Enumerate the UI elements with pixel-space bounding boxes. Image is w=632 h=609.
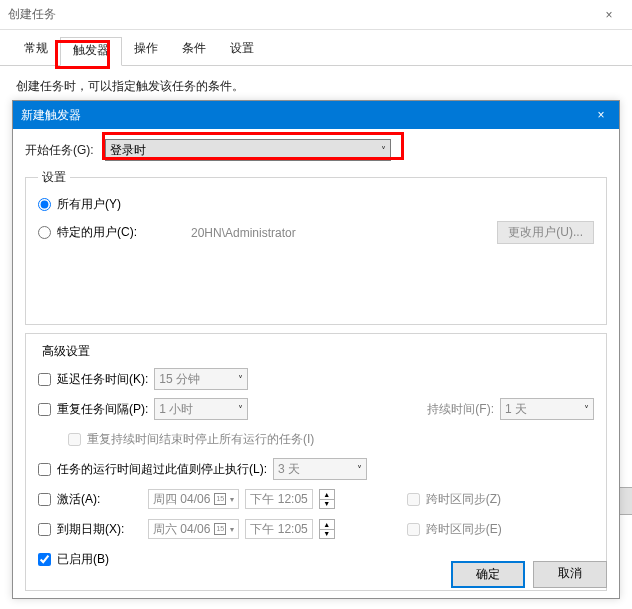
chevron-down-icon: ▾ xyxy=(230,495,234,504)
radio-specific-user-input[interactable] xyxy=(38,226,51,239)
calendar-icon xyxy=(214,493,226,505)
radio-any-user-label: 所有用户(Y) xyxy=(57,196,121,213)
activate-check[interactable]: 激活(A): xyxy=(38,491,142,508)
radio-specific-user[interactable]: 特定的用户(C): xyxy=(38,224,137,241)
stop-at-end-input xyxy=(68,433,81,446)
expire-date: 周六 04/06▾ xyxy=(148,519,239,539)
specific-user-value: 20HN\Administrator xyxy=(191,226,296,240)
delay-select: 15 分钟˅ xyxy=(154,368,248,390)
tab-conditions[interactable]: 条件 xyxy=(170,36,218,65)
stop-after-input[interactable] xyxy=(38,463,51,476)
tab-settings[interactable]: 设置 xyxy=(218,36,266,65)
settings-group: 设置 所有用户(Y) 特定的用户(C): 20HN\Administrator … xyxy=(25,169,607,325)
stop-after-label: 任务的运行时间超过此值则停止执行(L): xyxy=(57,461,267,478)
cancel-button[interactable]: 取消 xyxy=(533,561,607,588)
duration-value: 1 天 xyxy=(505,401,580,418)
chevron-down-icon: ˅ xyxy=(584,404,589,415)
expire-check[interactable]: 到期日期(X): xyxy=(38,521,142,538)
chevron-down-icon: ˅ xyxy=(238,374,243,385)
advanced-legend: 高级设置 xyxy=(38,343,94,360)
stop-after-check[interactable]: 任务的运行时间超过此值则停止执行(L): xyxy=(38,461,267,478)
repeat-value: 1 小时 xyxy=(159,401,234,418)
window-close-button[interactable]: × xyxy=(586,0,632,30)
stop-at-end-check: 重复持续时间结束时停止所有运行的任务(I) xyxy=(68,431,314,448)
activate-label: 激活(A): xyxy=(57,491,100,508)
delay-check[interactable]: 延迟任务时间(K): xyxy=(38,371,148,388)
expire-tz-label: 跨时区同步(E) xyxy=(426,521,502,538)
dialog-close-button[interactable]: × xyxy=(591,108,611,122)
repeat-check[interactable]: 重复任务间隔(P): xyxy=(38,401,148,418)
expire-time-value: 下午 12:05 xyxy=(250,521,307,538)
enabled-input[interactable] xyxy=(38,553,51,566)
dialog-title: 新建触发器 xyxy=(21,107,591,124)
delay-value: 15 分钟 xyxy=(159,371,234,388)
calendar-icon xyxy=(214,523,226,535)
new-trigger-dialog: 新建触发器 × 开始任务(G): 登录时 ˅ 设置 所有用户(Y) 特定的用户(… xyxy=(12,100,620,599)
chevron-down-icon: ▾ xyxy=(230,525,234,534)
window-title: 创建任务 xyxy=(8,6,586,23)
spin-up-icon: ▲ xyxy=(320,520,334,530)
expire-time: 下午 12:05 xyxy=(245,519,312,539)
stop-after-value: 3 天 xyxy=(278,461,353,478)
enabled-label: 已启用(B) xyxy=(57,551,109,568)
ok-button[interactable]: 确定 xyxy=(451,561,525,588)
spin-up-icon: ▲ xyxy=(320,490,334,500)
radio-any-user-input[interactable] xyxy=(38,198,51,211)
highlight-combo xyxy=(102,132,404,160)
repeat-check-input[interactable] xyxy=(38,403,51,416)
activate-date: 周四 04/06▾ xyxy=(148,489,239,509)
chevron-down-icon: ˅ xyxy=(238,404,243,415)
spin-down-icon: ▼ xyxy=(320,500,334,509)
settings-legend: 设置 xyxy=(38,169,70,186)
chevron-down-icon: ˅ xyxy=(357,464,362,475)
advanced-group: 高级设置 延迟任务时间(K): 15 分钟˅ 重复任务间隔(P): 1 小时˅ … xyxy=(25,333,607,591)
spin-down-icon: ▼ xyxy=(320,530,334,539)
change-user-button: 更改用户(U)... xyxy=(497,221,594,244)
radio-any-user[interactable]: 所有用户(Y) xyxy=(38,196,121,213)
duration-select: 1 天˅ xyxy=(500,398,594,420)
expire-input[interactable] xyxy=(38,523,51,536)
activate-date-value: 周四 04/06 xyxy=(153,491,210,508)
tab-actions[interactable]: 操作 xyxy=(122,36,170,65)
tab-general[interactable]: 常规 xyxy=(12,36,60,65)
expire-date-value: 周六 04/06 xyxy=(153,521,210,538)
begin-task-label: 开始任务(G): xyxy=(25,142,105,159)
activate-tz-input xyxy=(407,493,420,506)
stop-after-select: 3 天˅ xyxy=(273,458,367,480)
activate-tz-check: 跨时区同步(Z) xyxy=(407,491,501,508)
activate-tz-label: 跨时区同步(Z) xyxy=(426,491,501,508)
radio-specific-user-label: 特定的用户(C): xyxy=(57,224,137,241)
delay-label: 延迟任务时间(K): xyxy=(57,371,148,388)
activate-time: 下午 12:05 xyxy=(245,489,312,509)
intro-text: 创建任务时，可以指定触发该任务的条件。 xyxy=(16,78,618,95)
highlight-tab xyxy=(55,40,110,69)
activate-time-value: 下午 12:05 xyxy=(250,491,307,508)
repeat-label: 重复任务间隔(P): xyxy=(57,401,148,418)
duration-label: 持续时间(F): xyxy=(427,401,494,418)
activate-time-spinner: ▲▼ xyxy=(319,489,335,509)
activate-input[interactable] xyxy=(38,493,51,506)
delay-check-input[interactable] xyxy=(38,373,51,386)
expire-time-spinner: ▲▼ xyxy=(319,519,335,539)
stop-at-end-label: 重复持续时间结束时停止所有运行的任务(I) xyxy=(87,431,314,448)
repeat-select: 1 小时˅ xyxy=(154,398,248,420)
enabled-check[interactable]: 已启用(B) xyxy=(38,551,109,568)
expire-label: 到期日期(X): xyxy=(57,521,124,538)
expire-tz-check: 跨时区同步(E) xyxy=(407,521,502,538)
expire-tz-input xyxy=(407,523,420,536)
